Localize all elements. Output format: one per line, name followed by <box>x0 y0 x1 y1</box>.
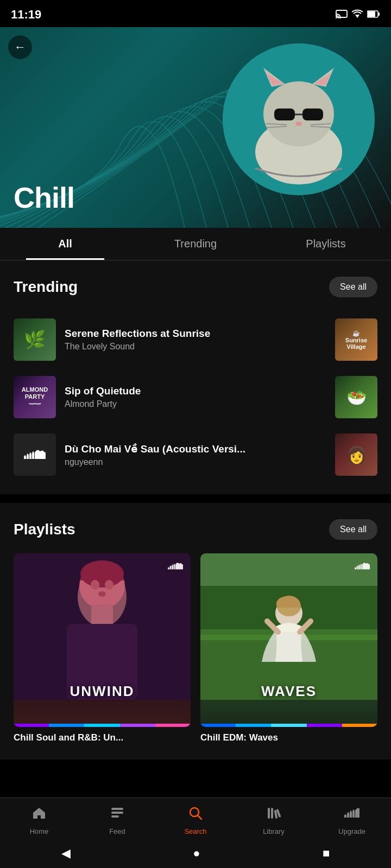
svg-rect-4 <box>368 11 375 17</box>
nav-library-label: Library <box>263 827 285 835</box>
cast-icon <box>336 9 348 21</box>
trending-header: Trending See all <box>14 277 377 297</box>
playlists-header: Playlists See all <box>14 519 377 540</box>
playlist-grid: UNWIND Chill Soul and R&B: Un... <box>14 553 377 743</box>
home-icon <box>31 806 47 825</box>
track-thumb-left-3 <box>14 433 56 476</box>
hero-section: ← Chill <box>0 27 391 228</box>
tab-all[interactable]: All <box>0 228 130 260</box>
track-artist-3: nguyeenn <box>65 457 326 467</box>
track-info-3: Dù Cho Mai Về Sau (Acoustic Versi... ngu… <box>65 443 326 467</box>
back-system-button[interactable]: ◀ <box>61 846 71 860</box>
track-info-2: Sip of Quietude Almond Party <box>65 385 326 409</box>
playlists-section: Playlists See all <box>0 499 391 760</box>
svg-rect-42 <box>268 808 270 819</box>
playlist-color-bar-1 <box>14 724 191 727</box>
playlists-see-all-button[interactable]: See all <box>329 519 377 540</box>
feed-icon <box>110 806 125 825</box>
playlists-title: Playlists <box>14 521 75 538</box>
playlist-label-unwind: Chill Soul and R&B: Un... <box>14 732 191 743</box>
playlist-label-waves: Chill EDM: Waves <box>200 732 377 743</box>
track-thumb-right-1: ☕SunriseVillage <box>335 318 377 361</box>
track-name-1: Serene Reflections at Sunrise <box>65 328 326 340</box>
trending-see-all-button[interactable]: See all <box>329 277 377 297</box>
track-thumb-right-3: 👩 <box>335 433 377 476</box>
nav-upgrade[interactable]: Upgrade <box>330 806 374 835</box>
track-name-3: Dù Cho Mai Về Sau (Acoustic Versi... <box>65 443 326 455</box>
wifi-icon <box>352 9 363 21</box>
svg-rect-39 <box>111 815 119 818</box>
back-button[interactable]: ← <box>8 35 32 59</box>
back-arrow-icon: ← <box>14 40 26 54</box>
tab-bar: All Trending Playlists <box>0 228 391 260</box>
svg-point-26 <box>105 580 113 590</box>
track-item[interactable]: ALMONDPARTY〰〰 Sip of Quietude Almond Par… <box>14 368 377 426</box>
playlist-card-unwind[interactable]: UNWIND Chill Soul and R&B: Un... <box>14 553 191 743</box>
svg-line-41 <box>198 815 201 819</box>
nav-search-label: Search <box>184 827 206 835</box>
track-thumb-left-2: ALMONDPARTY〰〰 <box>14 376 56 418</box>
trending-title: Trending <box>14 278 78 296</box>
track-item[interactable]: Dù Cho Mai Về Sau (Acoustic Versi... ngu… <box>14 426 377 483</box>
playlist-title-unwind: UNWIND <box>14 683 191 700</box>
nav-feed[interactable]: Feed <box>96 806 139 835</box>
playlist-card-waves[interactable]: WAVES Chill EDM: Waves <box>200 553 377 743</box>
nav-home-label: Home <box>30 827 49 835</box>
track-list: 🌿 Serene Reflections at Sunrise The Love… <box>14 311 377 483</box>
svg-point-27 <box>98 591 106 597</box>
svg-rect-5 <box>378 12 380 16</box>
upgrade-icon <box>344 806 360 825</box>
soundcloud-icon-1 <box>168 561 183 575</box>
track-thumb-right-2: 🥗 <box>335 376 377 418</box>
nav-upgrade-label: Upgrade <box>338 827 365 835</box>
svg-point-16 <box>295 122 302 126</box>
tab-playlists[interactable]: Playlists <box>261 228 391 260</box>
svg-rect-43 <box>271 808 273 819</box>
track-info-1: Serene Reflections at Sunrise The Lovely… <box>65 328 326 352</box>
svg-rect-38 <box>111 812 123 814</box>
hero-cat-image <box>223 43 375 195</box>
playlist-title-waves: WAVES <box>200 683 377 700</box>
nav-home[interactable]: Home <box>17 806 61 835</box>
track-item[interactable]: 🌿 Serene Reflections at Sunrise The Love… <box>14 311 377 368</box>
nav-library[interactable]: Library <box>252 806 295 835</box>
svg-point-25 <box>91 580 99 590</box>
track-artist-2: Almond Party <box>65 399 326 409</box>
library-icon <box>266 806 281 825</box>
system-navigation: ◀ ● ■ <box>0 840 391 868</box>
status-time: 11:19 <box>11 8 41 22</box>
nav-items: Home Feed Search <box>0 798 391 840</box>
soundcloud-icon-2 <box>355 561 370 575</box>
status-bar: 11:19 <box>0 0 391 27</box>
svg-rect-10 <box>302 108 323 120</box>
svg-rect-37 <box>111 808 123 810</box>
bottom-navigation: Home Feed Search <box>0 797 391 868</box>
nav-search[interactable]: Search <box>174 806 217 835</box>
track-thumb-left-1: 🌿 <box>14 318 56 361</box>
nav-feed-label: Feed <box>109 827 125 835</box>
home-system-button[interactable]: ● <box>193 846 200 860</box>
search-icon <box>188 806 203 825</box>
recents-system-button[interactable]: ■ <box>323 846 330 860</box>
svg-rect-9 <box>274 108 295 120</box>
battery-icon <box>367 9 380 21</box>
trending-section: Trending See all 🌿 Serene Reflections at… <box>0 260 391 494</box>
tab-trending[interactable]: Trending <box>130 228 261 260</box>
section-divider <box>0 494 391 499</box>
svg-marker-2 <box>355 15 360 18</box>
track-name-2: Sip of Quietude <box>65 385 326 397</box>
page-title: Chill <box>14 181 74 214</box>
playlist-color-bar-2 <box>200 724 377 727</box>
track-artist-1: The Lovely Sound <box>65 342 326 352</box>
status-icons <box>336 9 380 21</box>
